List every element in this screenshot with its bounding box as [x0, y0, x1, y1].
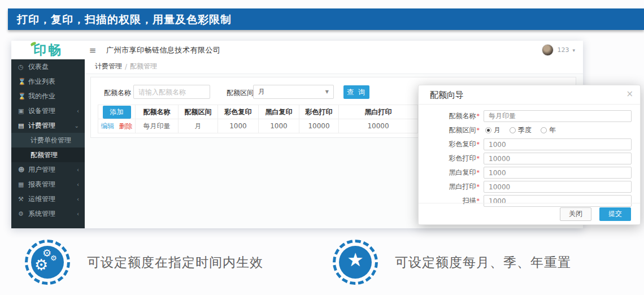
hamburger-menu-icon[interactable]: ≡: [85, 45, 101, 55]
gear-icon: ⚙: [18, 210, 28, 218]
sidebar-item-label: 仪表盘: [28, 62, 49, 72]
sidebar-item-dashboard[interactable]: ◷ 仪表盘: [11, 59, 85, 74]
sidebar-item-label: 我的作业: [28, 92, 55, 101]
column-header: 黑白打印: [339, 105, 418, 119]
quota-range-value: 月: [258, 87, 265, 97]
edit-link[interactable]: 编辑: [101, 122, 115, 130]
field-row-mono-copy: 黑白复印*: [419, 166, 640, 180]
feature-text: 可设定额度每月、季、年重置: [395, 254, 571, 271]
chevron-left-icon: ‹: [77, 196, 79, 202]
chevron-left-icon: ‹: [77, 211, 79, 217]
gears-badge: ⚙⚙⚙: [25, 240, 70, 285]
sidebar-item-my-jobs[interactable]: ⌛ 我的作业: [11, 89, 85, 103]
cell-mono-copy: 1000: [259, 119, 299, 133]
hourglass-icon: ⌛: [18, 93, 28, 100]
sidebar-item-label: 用户管理: [28, 165, 55, 175]
field-label: 黑白复印*: [419, 168, 480, 177]
modal-footer: 关闭 提交: [419, 203, 640, 224]
radio-label: 年: [549, 125, 556, 135]
gears-icon: ⚙⚙⚙: [31, 246, 64, 279]
star-badge: ★: [333, 240, 378, 285]
field-row-quota-range: 配额区间* 月 季度 年: [419, 123, 640, 137]
sidebar-item-billing-mgmt[interactable]: ▤ 计费管理 ⌄: [11, 118, 85, 133]
required-asterisk: *: [477, 127, 480, 134]
sidebar-item-ops-mgmt[interactable]: ⚒ 运维管理 ‹: [11, 192, 85, 206]
field-label: 黑白打印*: [419, 182, 480, 192]
sidebar-item-label: 配额管理: [31, 150, 58, 160]
star-icon: ★: [339, 246, 372, 279]
feature-effective-time: ⚙⚙⚙ 可设定额度在指定时间内生效: [25, 240, 263, 285]
user-menu[interactable]: 123 ▾: [542, 44, 575, 56]
quota-name-field[interactable]: [484, 110, 632, 122]
feature-text: 可设定额度在指定时间内生效: [87, 254, 263, 271]
device-icon: ▣: [18, 107, 28, 115]
breadcrumb-parent[interactable]: 计费管理: [95, 62, 122, 71]
required-asterisk: *: [477, 155, 480, 162]
mono-print-field[interactable]: [484, 181, 632, 193]
column-header: 配额区间: [179, 105, 218, 119]
color-copy-field[interactable]: [484, 138, 632, 150]
sidebar-item-user-mgmt[interactable]: ☻ 用户管理 ‹: [11, 162, 85, 177]
cell-mono-print: 10000: [339, 119, 418, 133]
logo-text: 印畅: [33, 42, 63, 57]
required-asterisk: *: [477, 112, 480, 120]
app-logo[interactable]: 印畅: [11, 41, 85, 59]
radio-icon: [485, 127, 491, 133]
close-button[interactable]: 关闭: [560, 207, 591, 221]
modal-body: 配额名称* 配额区间* 月 季度 年 彩色复印*: [419, 105, 640, 203]
radio-month[interactable]: 月: [485, 125, 501, 135]
quota-range-radio-group: 月 季度 年: [485, 125, 556, 135]
radio-quarter[interactable]: 季度: [510, 125, 532, 135]
breadcrumb-current: 配额管理: [130, 62, 157, 71]
hourglass-icon: ⌛: [18, 78, 28, 85]
field-label: 彩色复印*: [419, 140, 480, 149]
submit-button[interactable]: 提交: [599, 207, 631, 221]
user-name: 123: [557, 46, 569, 54]
cell-quota-range: 月: [179, 119, 218, 133]
app-header: 印畅 ≡ 广州市享印畅链信息技术有限公司 123 ▾: [11, 41, 583, 59]
avatar: [542, 44, 554, 56]
quota-name-label: 配额名称: [104, 88, 131, 98]
sidebar-item-label: 计费单价管理: [31, 136, 71, 145]
cell-color-print: 10000: [299, 119, 339, 133]
radio-icon: [541, 127, 547, 133]
sidebar-item-report-mgmt[interactable]: ▦ 报表管理 ‹: [11, 177, 85, 192]
feature-reset-cycle: ★ 可设定额度每月、季、年重置: [333, 240, 571, 285]
chevron-left-icon: ‹: [77, 108, 79, 114]
sidebar-item-label: 系统管理: [28, 209, 55, 219]
caret-down-icon: ▼: [325, 89, 329, 94]
row-actions: 编辑删除: [98, 119, 136, 133]
radio-year[interactable]: 年: [541, 125, 556, 135]
actions-header: 添加: [98, 105, 136, 119]
add-button[interactable]: 添加: [103, 106, 131, 119]
required-asterisk: *: [477, 141, 480, 148]
mono-copy-field[interactable]: [484, 167, 632, 179]
field-row-color-print: 彩色打印*: [419, 151, 640, 166]
search-button[interactable]: 查 询: [343, 85, 369, 99]
sidebar-item-quota-mgmt[interactable]: 配额管理: [11, 148, 85, 162]
quota-wizard-modal: 配额向导 × 配额名称* 配额区间* 月 季度 年: [418, 85, 641, 225]
field-label: 彩色打印*: [419, 154, 480, 163]
bar-chart-icon: ▦: [18, 181, 28, 188]
chevron-down-icon: ▾: [572, 47, 575, 53]
close-icon[interactable]: ×: [626, 89, 633, 99]
sidebar-item-system-mgmt[interactable]: ⚙ 系统管理 ‹: [11, 206, 85, 221]
cell-color-copy: 1000: [218, 119, 259, 133]
sidebar-item-label: 运维管理: [28, 194, 55, 204]
quota-range-label: 配额区间: [227, 88, 254, 98]
sidebar-item-job-list[interactable]: ⌛ 作业列表: [11, 74, 85, 89]
field-row-quota-name: 配额名称*: [419, 109, 640, 123]
quota-range-select[interactable]: 月 ▼: [253, 85, 334, 99]
color-print-field[interactable]: [484, 153, 632, 164]
column-header: 配额名称: [136, 105, 179, 119]
sidebar-item-device-mgmt[interactable]: ▣ 设备管理 ‹: [11, 103, 85, 118]
quota-name-input[interactable]: [133, 85, 210, 99]
chevron-left-icon: ‹: [77, 167, 79, 173]
sidebar-item-billing-price-mgmt[interactable]: 计费单价管理: [11, 133, 85, 148]
sidebar: ◷ 仪表盘 ⌛ 作业列表 ⌛ 我的作业 ▣ 设备管理 ‹ ▤ 计费管理 ⌄ 计费…: [11, 59, 85, 228]
cell-quota-name: 每月印量: [136, 119, 179, 133]
tools-icon: ⚒: [18, 196, 28, 203]
field-label: 配额区间*: [419, 125, 480, 135]
user-icon: ☻: [18, 166, 28, 173]
delete-link[interactable]: 删除: [119, 122, 133, 130]
